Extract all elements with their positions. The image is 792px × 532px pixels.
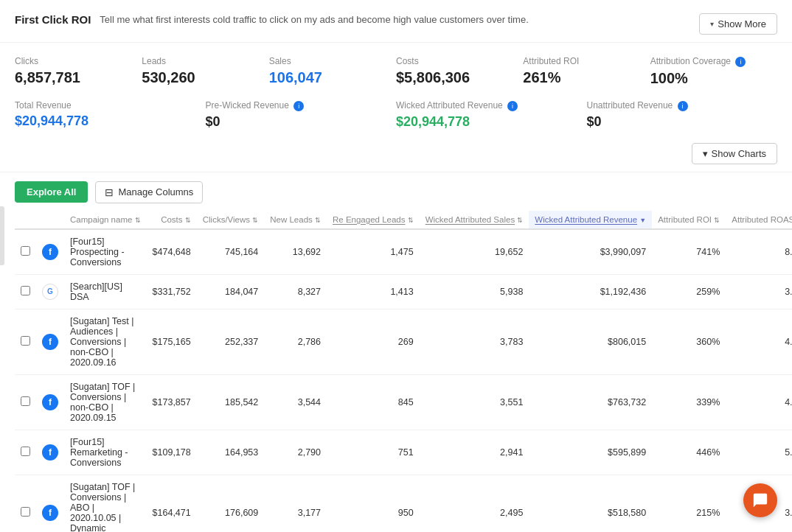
manage-columns-button[interactable]: ⊟ Manage Columns — [95, 181, 203, 203]
row-platform-cell: f — [36, 475, 64, 532]
row-re-engaged-leads: 1,475 — [327, 229, 420, 275]
th-new-leads[interactable]: New Leads ⇅ — [264, 211, 327, 229]
manage-columns-label: Manage Columns — [118, 186, 193, 197]
platform-icon-facebook: f — [42, 444, 58, 461]
row-campaign-name: [Sugatan] TOF | Conversions | ABO | 2020… — [64, 475, 147, 532]
row-costs: $175,165 — [147, 309, 197, 374]
stat-attributed-roi: Attributed ROI 261% — [523, 56, 650, 87]
header-description: Tell me what first interests cold traffi… — [100, 14, 528, 25]
row-new-leads: 3,177 — [264, 475, 327, 532]
row-costs: $164,471 — [147, 475, 197, 532]
row-wicked-attributed-sales: 3,551 — [420, 374, 529, 430]
row-re-engaged-leads: 950 — [327, 475, 420, 532]
th-costs[interactable]: Costs ⇅ — [147, 211, 197, 229]
explore-all-button[interactable]: Explore All — [15, 181, 88, 203]
show-more-button[interactable]: ▾ Show More — [699, 13, 777, 35]
sort-arrow-re-engaged: ⇅ — [408, 217, 414, 224]
total-revenue-value: $20,944,778 — [15, 113, 191, 129]
platform-icon-facebook: f — [42, 334, 58, 350]
row-checkbox[interactable] — [21, 447, 30, 456]
row-campaign-name: [Search][US] DSA — [64, 274, 147, 309]
row-wicked-attributed-sales: 2,495 — [420, 475, 529, 532]
unattributed-revenue-label: Unattributed Revenue i — [587, 100, 763, 111]
row-platform-cell: f — [36, 309, 64, 374]
platform-icon-facebook: f — [42, 505, 58, 521]
table-row: G [Search][US] DSA $331,752 184,047 8,32… — [15, 274, 792, 309]
th-wicked-attributed-revenue[interactable]: Wicked Attributed Revenue ▼ — [529, 211, 652, 229]
stat-sales-label: Sales — [269, 56, 381, 66]
th-platform-icon — [36, 211, 64, 229]
row-checkbox-cell — [15, 229, 36, 275]
sort-arrow-clicks: ⇅ — [252, 217, 258, 224]
sort-arrow-new-leads: ⇅ — [315, 217, 321, 224]
pre-wicked-revenue-label: Pre-Wicked Revenue i — [206, 100, 382, 111]
row-checkbox-cell — [15, 374, 36, 430]
row-wicked-attributed-revenue: $595,899 — [529, 430, 652, 475]
row-checkbox[interactable] — [21, 286, 30, 295]
th-attributed-roas[interactable]: Attributed ROAS ⇅ — [726, 211, 792, 229]
th-campaign-name[interactable]: Campaign name ⇅ — [64, 211, 147, 229]
table-toolbar: Explore All ⊟ Manage Columns — [15, 181, 777, 203]
sort-arrow-campaign: ⇅ — [135, 217, 141, 224]
row-attributed-roas: 5.46 — [726, 430, 792, 475]
stat-leads: Leads 530,260 — [142, 56, 268, 87]
th-clicks-views[interactable]: Clicks/Views ⇅ — [197, 211, 265, 229]
stat-clicks-value: 6,857,781 — [15, 69, 127, 86]
row-checkbox[interactable] — [21, 396, 30, 406]
show-charts-button[interactable]: ▾ Show Charts — [692, 143, 777, 164]
row-new-leads: 8,327 — [264, 274, 327, 309]
th-re-engaged-leads[interactable]: Re Engaged Leads ⇅ — [327, 211, 420, 229]
row-checkbox-cell — [15, 309, 36, 374]
row-new-leads: 2,786 — [264, 309, 327, 374]
row-checkbox-cell — [15, 475, 36, 532]
row-clicks-views: 176,609 — [197, 475, 265, 532]
wicked-attributed-revenue: Wicked Attributed Revenue i $20,944,778 — [396, 100, 587, 130]
unattributed-revenue: Unattributed Revenue i $0 — [587, 100, 778, 130]
row-platform-cell: f — [36, 430, 64, 475]
row-campaign-name: [Sugatan] Test | Audiences | Conversions… — [64, 309, 147, 374]
stat-clicks: Clicks 6,857,781 — [15, 56, 142, 87]
row-clicks-views: 184,047 — [197, 274, 265, 309]
row-costs: $331,752 — [147, 274, 197, 309]
row-attributed-roi: 360% — [652, 309, 726, 374]
wicked-attributed-revenue-label: Wicked Attributed Revenue i — [396, 100, 572, 111]
th-wicked-attributed-sales[interactable]: Wicked Attributed Sales ⇅ — [420, 211, 529, 229]
row-wicked-attributed-revenue: $1,192,436 — [529, 274, 652, 309]
row-wicked-attributed-revenue: $806,015 — [529, 309, 652, 374]
attribution-coverage-info-icon[interactable]: i — [735, 57, 746, 67]
row-attributed-roi: 339% — [652, 374, 726, 430]
chat-bubble-button[interactable] — [743, 483, 777, 517]
header: First Click ROI Tell me what first inter… — [0, 0, 792, 43]
row-re-engaged-leads: 751 — [327, 430, 420, 475]
table-row: f [Sugatan] TOF | Conversions | ABO | 20… — [15, 475, 792, 532]
unattributed-info-icon[interactable]: i — [678, 101, 688, 111]
sort-arrow-wicked-sales: ⇅ — [517, 217, 523, 224]
row-costs: $474,648 — [147, 229, 197, 275]
row-campaign-name: [Sugatan] TOF | Conversions | non-CBO | … — [64, 374, 147, 430]
data-table: Campaign name ⇅ Costs ⇅ Clicks/Views ⇅ N… — [15, 211, 792, 532]
row-clicks-views: 185,542 — [197, 374, 265, 430]
th-attributed-roi[interactable]: Attributed ROI ⇅ — [652, 211, 726, 229]
stat-attribution-coverage-label: Attribution Coverage i — [650, 56, 763, 67]
row-re-engaged-leads: 845 — [327, 374, 420, 430]
row-wicked-attributed-revenue: $518,580 — [529, 475, 652, 532]
row-campaign-name: [Four15] Remarketing - Conversions — [64, 430, 147, 475]
row-platform-cell: f — [36, 229, 64, 275]
columns-icon: ⊟ — [105, 186, 114, 198]
chevron-down-icon-2: ▾ — [703, 148, 708, 159]
platform-icon-google: G — [42, 284, 58, 300]
row-new-leads: 2,790 — [264, 430, 327, 475]
sort-arrow-attributed-roi: ⇅ — [714, 217, 720, 224]
row-checkbox[interactable] — [21, 246, 30, 256]
wicked-attributed-info-icon[interactable]: i — [507, 101, 518, 111]
stat-attribution-coverage-value: 100% — [650, 70, 763, 87]
show-more-label: Show More — [718, 18, 766, 29]
row-checkbox[interactable] — [21, 507, 30, 517]
row-wicked-attributed-sales: 2,941 — [420, 430, 529, 475]
stat-costs: Costs $5,806,306 — [396, 56, 523, 87]
row-checkbox[interactable] — [21, 336, 30, 346]
pre-wicked-info-icon[interactable]: i — [293, 101, 304, 111]
stat-leads-label: Leads — [142, 56, 254, 66]
show-charts-wrapper: ▾ Show Charts — [0, 137, 792, 172]
row-attributed-roi: 259% — [652, 274, 726, 309]
